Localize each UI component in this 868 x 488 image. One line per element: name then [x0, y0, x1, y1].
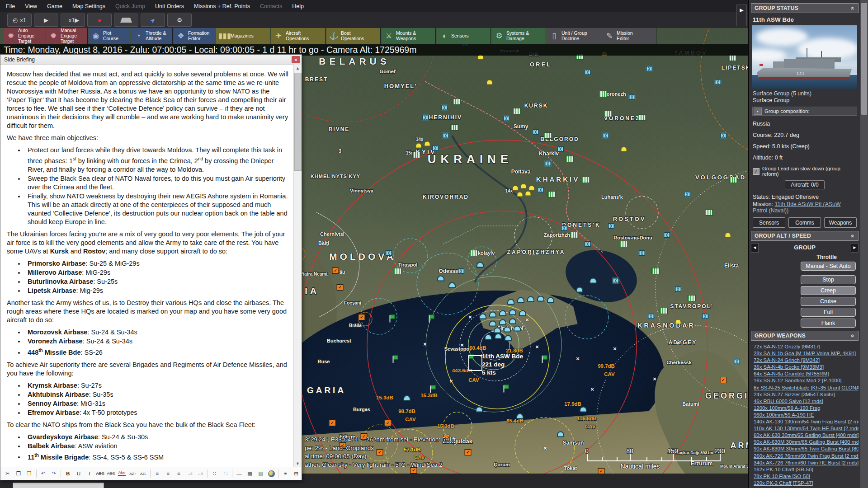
strikethrough-alt-icon[interactable]: ABC [106, 469, 116, 479]
contact-ground-icon[interactable]: ╳ [648, 314, 655, 319]
contact-surface-icon[interactable] [537, 296, 544, 302]
auto-engage-target-button[interactable]: ✹Auto Engage Target [4, 28, 45, 44]
menu-item-map-settings[interactable]: Map Settings [67, 3, 110, 9]
weapon-link[interactable]: 60x AK-630 30mm/65 Gatling Burst [400 rn… [754, 432, 859, 439]
contact-ground-icon[interactable]: ╳ [720, 133, 727, 139]
contact-surface-icon[interactable] [514, 326, 521, 332]
comms-button[interactable]: Comms [788, 217, 821, 228]
redo-icon[interactable]: ↷ [49, 469, 59, 479]
contact-surface-icon[interactable] [517, 297, 524, 303]
collapse-icon[interactable]: « [850, 234, 857, 238]
scroll-down-icon[interactable]: ▼ [294, 460, 302, 467]
insert-globe-icon[interactable] [267, 469, 277, 479]
align-right-icon[interactable]: ≡ [174, 469, 184, 479]
airbase-icon[interactable] [604, 111, 612, 117]
insert-image-icon[interactable]: ▧ [256, 469, 266, 479]
scroll-thumb[interactable] [294, 73, 302, 171]
airbase-icon[interactable] [412, 152, 420, 158]
briefing-scrollbar[interactable]: ▲ ▼ [293, 65, 302, 467]
contact-surface-icon[interactable] [494, 328, 501, 333]
weapons-button[interactable]: Weapons [824, 217, 857, 228]
contact-ground-icon[interactable]: ╳ [639, 250, 646, 256]
weapon-link[interactable]: 78x PK-10 Flare [SO-50] [754, 473, 859, 480]
weapon-link[interactable]: 340x AK-726 76mm/60 Twin HE Burst [2 rnd… [754, 460, 859, 466]
contact-surface-icon[interactable] [479, 314, 486, 319]
airbase-icon[interactable] [599, 91, 607, 97]
contact-unknown-icon[interactable] [529, 186, 535, 191]
contact-surface-icon[interactable] [495, 333, 502, 339]
contact-ground-icon[interactable]: ╳ [603, 133, 609, 139]
contact-ground-icon[interactable]: ╳ [441, 105, 448, 111]
airbase-icon[interactable] [705, 209, 713, 216]
time-compression-button[interactable]: ◴x1 [7, 14, 32, 27]
paste-icon[interactable]: ❒ [24, 469, 34, 479]
airbase-icon[interactable] [544, 132, 552, 139]
contact-ground-icon[interactable]: ╳ [608, 223, 615, 229]
airbase-icon[interactable] [729, 177, 737, 183]
formation-editor-button[interactable]: ❖Formation Editor [174, 28, 215, 44]
contact-ground-icon[interactable]: ╳ [613, 278, 619, 284]
cut-icon[interactable]: ✂ [3, 469, 13, 479]
group-alt-speed-header[interactable]: GROUP ALT / SPEED« [751, 231, 859, 241]
contact-ground-icon[interactable]: ╳ [585, 241, 591, 247]
menu-item-file[interactable]: File [1, 3, 20, 9]
weapon-link[interactable]: 28x SA-N-1b Goa [M-1M/P Volna-M/P, 4K91] [754, 350, 859, 357]
contact-surface-icon[interactable] [505, 335, 512, 341]
contact-unknown-icon[interactable] [725, 233, 731, 238]
contact-ground-icon[interactable]: ╳ [702, 314, 709, 319]
contact-surface-icon[interactable] [580, 407, 587, 413]
contact-unknown-icon[interactable] [416, 143, 422, 148]
contact-surface-icon[interactable] [403, 395, 410, 401]
contact-surface-icon[interactable] [499, 319, 506, 325]
contact-unknown-icon[interactable] [621, 147, 627, 152]
throttle-cruise-button[interactable]: Cruise [801, 297, 856, 306]
contact-ground-icon[interactable]: ╳ [545, 161, 552, 167]
group-link[interactable]: Surface Group (5 units) [749, 89, 860, 97]
contact-civilian-icon[interactable]: ✓ [337, 284, 344, 291]
contact-ground-icon[interactable]: ╳ [458, 268, 465, 274]
copy-icon[interactable]: ❐ [14, 469, 24, 479]
contact-ground-icon[interactable]: ╳ [422, 115, 429, 121]
chevron-down-icon[interactable]: ▼ [754, 108, 762, 115]
contact-ground-icon[interactable]: ╳ [646, 66, 653, 72]
airbase-icon[interactable] [394, 268, 402, 274]
contact-ground-icon[interactable]: ╳ [684, 192, 691, 197]
font-color-icon[interactable]: Abc [117, 469, 127, 479]
plot-course-button[interactable]: ◉Plot Course [89, 28, 130, 44]
weapon-link[interactable]: 46x RBU-6000 Salvo [12 rnds] [754, 398, 859, 405]
contact-surface-icon[interactable] [499, 310, 506, 316]
contact-ground-icon[interactable]: ╳ [629, 94, 636, 100]
run-simulation-button[interactable]: ▶ [34, 14, 58, 27]
collapse-icon[interactable]: « [850, 334, 857, 338]
boat-operations-button[interactable]: ⚓Boat Operations [326, 28, 381, 44]
sensors-button[interactable]: ◖Sensors [437, 28, 491, 44]
contact-unknown-icon[interactable] [487, 80, 493, 85]
weapon-link[interactable]: 8x SS-N-25 Switchblade [Kh-35 Uran] GLON… [754, 385, 859, 391]
weapon-link[interactable]: 110x AK-130 130mm/54 Twin HE Burst [2 rn… [754, 425, 859, 432]
undo-icon[interactable]: ↶ [38, 469, 48, 479]
throttle-stop-button[interactable]: Stop [801, 275, 856, 284]
step-time-button[interactable]: x1▶ [61, 14, 85, 27]
contact-ground-icon[interactable]: ╳ [386, 250, 392, 256]
insert-table-icon[interactable]: ▦ [245, 469, 255, 479]
group-lead-checkbox-row[interactable]: ✓ Group Lead can slow down (group reform… [753, 166, 857, 177]
weapon-link[interactable]: 72x SA-N-12 Grizzly [9M317] [754, 343, 859, 350]
panel-expander[interactable]: ▶ [736, 5, 747, 26]
contact-civilian-icon[interactable]: ✓ [720, 377, 727, 383]
airbase-icon[interactable] [582, 177, 590, 183]
throttle-full-button[interactable]: Full [801, 308, 856, 317]
systems-damage-button[interactable]: ⚙Systems & Damage [492, 28, 546, 44]
weapon-link[interactable]: 960x 100mm/59 A-190 HE [754, 412, 859, 418]
contact-ground-icon[interactable]: ╳ [664, 232, 670, 238]
weapon-link[interactable]: 24x SS-N-27 Sizzler [3M54T Kalibr] [754, 391, 859, 398]
throttle-altitude-button[interactable]: ◔Throttle & Altitude [131, 28, 173, 44]
panel-scroll-thumb[interactable] [861, 3, 867, 115]
dialog-titlebar[interactable]: Side Briefing ✕ [0, 55, 302, 65]
airbase-icon[interactable] [728, 55, 736, 61]
aircraft-operations-button[interactable]: ✈Aircraft Operations [271, 28, 326, 44]
contact-civilian-icon[interactable]: ✓ [465, 449, 472, 455]
mission-editor-button[interactable]: ✎Mission Editor [602, 28, 656, 44]
contact-civilian-icon[interactable]: ✓ [359, 314, 365, 320]
contact-surface-icon[interactable] [504, 327, 511, 333]
contact-ground-icon[interactable]: ╳ [443, 133, 449, 139]
